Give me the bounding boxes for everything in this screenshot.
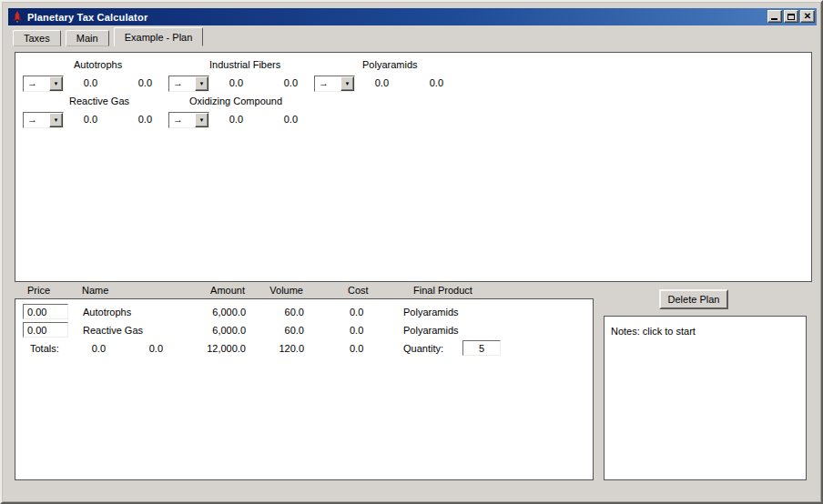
quantity-label: Quantity: xyxy=(403,343,443,354)
column-header-amount: Amount xyxy=(190,285,245,296)
route-combo[interactable]: → ▼ xyxy=(168,112,209,128)
column-header-cost: Cost xyxy=(348,285,369,296)
combo-selected-value: → xyxy=(27,114,37,125)
material-label: Oxidizing Compound xyxy=(189,96,282,106)
app-window: Planetary Tax Calculator ✕ Taxes Main Ex… xyxy=(0,0,823,504)
totals-cost: 0.0 xyxy=(350,343,363,354)
totals-label: Totals: xyxy=(30,343,59,354)
cell-amount: 6,000.0 xyxy=(191,307,246,318)
maximize-button[interactable] xyxy=(784,10,798,23)
cell-final-product: Polyaramids xyxy=(403,325,459,336)
title-bar[interactable]: Planetary Tax Calculator ✕ xyxy=(8,8,817,25)
chevron-down-icon: ▼ xyxy=(54,117,59,123)
cell-name: Autotrophs xyxy=(83,307,131,318)
material-label: Autotrophs xyxy=(74,59,122,70)
material-value: 0.0 xyxy=(207,114,243,125)
totals-extra: 0.0 xyxy=(127,343,163,354)
chevron-down-icon: ▼ xyxy=(54,81,59,86)
cell-cost: 0.0 xyxy=(350,307,363,318)
chevron-down-icon: ▼ xyxy=(199,117,205,123)
route-combo[interactable]: → ▼ xyxy=(314,76,355,92)
notes-panel[interactable]: Notes: click to start xyxy=(604,316,807,480)
column-header-volume: Volume xyxy=(249,285,303,296)
cell-volume: 60.0 xyxy=(249,325,304,336)
chevron-down-icon: ▼ xyxy=(345,81,351,86)
cell-amount: 6,000.0 xyxy=(191,325,246,336)
material-value: 0.0 xyxy=(61,77,97,88)
cell-final-product: Polyaramids xyxy=(403,307,459,318)
minimize-icon xyxy=(771,18,777,20)
combo-selected-value: → xyxy=(173,77,183,88)
close-button[interactable]: ✕ xyxy=(800,10,815,23)
materials-table: Autotrophs 6,000.0 60.0 0.0 Polyaramids … xyxy=(15,298,594,480)
material-value: 0.0 xyxy=(207,77,243,88)
totals-price: 0.0 xyxy=(69,343,106,354)
price-input[interactable] xyxy=(23,322,68,338)
maximize-icon xyxy=(787,14,795,20)
plan-panel: Autotrophs Industrial Fibers Polyaramids… xyxy=(15,52,812,282)
delete-plan-button[interactable]: Delete Plan xyxy=(659,289,728,309)
totals-amount: 12,000.0 xyxy=(191,343,246,354)
route-combo[interactable]: → ▼ xyxy=(168,76,209,92)
material-value: 0.0 xyxy=(116,77,152,88)
material-label: Industrial Fibers xyxy=(209,59,280,70)
window-title: Planetary Tax Calculator xyxy=(27,12,147,23)
cell-name: Reactive Gas xyxy=(83,325,143,336)
combo-selected-value: → xyxy=(173,114,183,125)
material-label: Reactive Gas xyxy=(69,96,129,106)
material-label: Polyaramids xyxy=(362,59,418,70)
combo-selected-value: → xyxy=(27,77,37,88)
chevron-down-icon: ▼ xyxy=(199,81,205,86)
quantity-input[interactable] xyxy=(462,340,501,356)
material-value: 0.0 xyxy=(407,77,443,88)
column-header-name: Name xyxy=(82,285,108,296)
column-header-final-product: Final Product xyxy=(413,285,472,296)
close-icon: ✕ xyxy=(804,12,811,21)
route-combo[interactable]: → ▼ xyxy=(23,112,64,128)
minimize-button[interactable] xyxy=(767,10,782,23)
tab-example-plan[interactable]: Example - Plan xyxy=(114,27,204,46)
tab-taxes[interactable]: Taxes xyxy=(13,30,61,46)
price-input[interactable] xyxy=(23,304,68,319)
column-header-price: Price xyxy=(27,285,50,296)
combo-selected-value: → xyxy=(319,77,329,88)
rocket-icon xyxy=(11,11,24,24)
material-value: 0.0 xyxy=(261,77,298,88)
notes-text: Notes: click to start xyxy=(611,326,696,337)
material-value: 0.0 xyxy=(261,114,298,125)
material-value: 0.0 xyxy=(116,114,152,125)
route-combo[interactable]: → ▼ xyxy=(23,76,64,92)
material-value: 0.0 xyxy=(61,114,97,125)
totals-volume: 120.0 xyxy=(249,343,304,354)
cell-volume: 60.0 xyxy=(249,307,304,318)
tab-strip: Taxes Main Example - Plan xyxy=(13,27,810,46)
cell-cost: 0.0 xyxy=(350,325,363,336)
material-value: 0.0 xyxy=(352,77,389,88)
tab-main[interactable]: Main xyxy=(66,30,109,46)
